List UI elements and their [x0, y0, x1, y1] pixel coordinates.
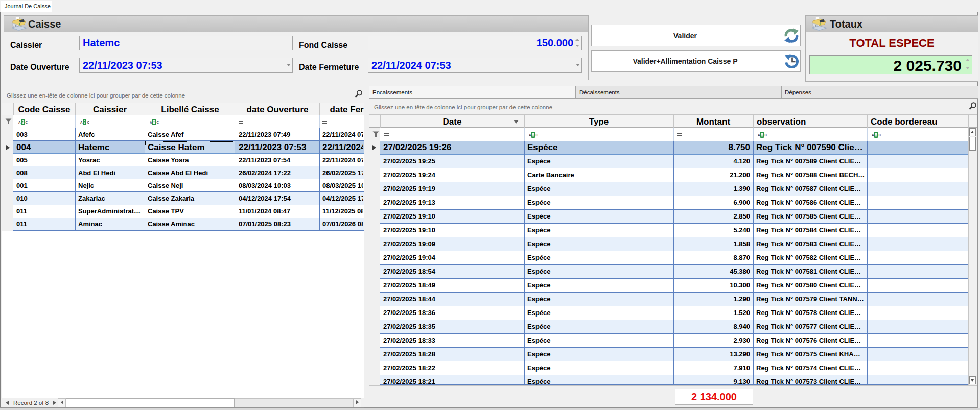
svg-text:C: C — [156, 120, 159, 124]
svg-text:A: A — [529, 133, 531, 137]
svg-text:A: A — [758, 133, 760, 137]
svg-text:C: C — [764, 133, 767, 137]
svg-text:A: A — [872, 133, 874, 137]
svg-text:A: A — [18, 120, 21, 124]
svg-text:C: C — [535, 133, 538, 137]
svg-text:C: C — [878, 133, 881, 137]
svg-text:C: C — [87, 120, 89, 124]
svg-text:C: C — [25, 120, 28, 124]
svg-text:A: A — [80, 120, 83, 124]
svg-text:A: A — [150, 120, 152, 124]
